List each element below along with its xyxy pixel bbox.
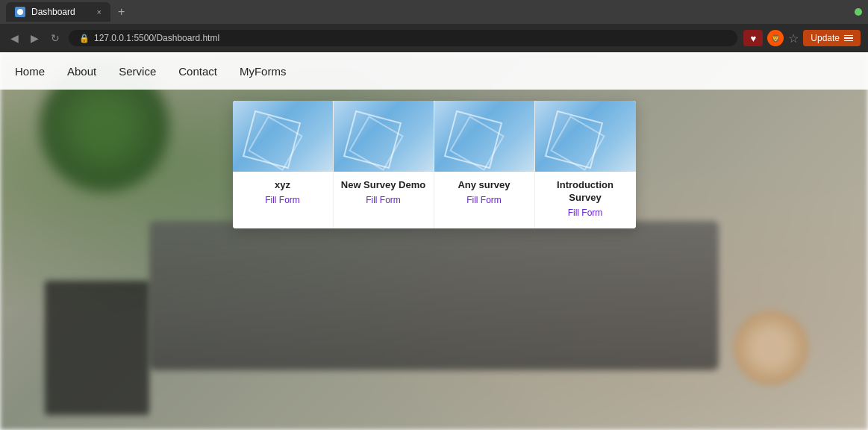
lock-icon: 🔒: [79, 34, 90, 43]
brave-shield-icon[interactable]: 🦁: [767, 30, 784, 46]
browser-actions: ♥ 🦁 ☆ Update: [743, 30, 861, 46]
page-content: Home About Service Contact MyForms xyz F…: [0, 52, 868, 430]
nav-contact[interactable]: Contact: [178, 65, 217, 78]
brave-rewards-icon[interactable]: ♥: [743, 30, 763, 46]
tab-bar: Dashboard × +: [0, 0, 868, 24]
forward-button[interactable]: ▶: [28, 31, 42, 46]
card-image-bg-xyz: [233, 101, 333, 172]
navbar: Home About Service Contact MyForms: [0, 52, 868, 90]
url-text: 127.0.0.1:5500/Dashboard.html: [94, 33, 219, 43]
bg-notebook: [45, 281, 149, 415]
card-image-introduction: [535, 101, 636, 172]
nav-service[interactable]: Service: [119, 65, 156, 78]
new-tab-button[interactable]: +: [113, 5, 129, 19]
bg-coffee: [734, 311, 808, 385]
cards-container: xyz Fill Form New Survey Demo Fill Form …: [233, 101, 636, 228]
fill-form-link-any-survey[interactable]: Fill Form: [466, 195, 502, 205]
card-xyz[interactable]: xyz Fill Form: [233, 101, 334, 228]
card-image-bg-new-survey: [334, 101, 434, 172]
fill-form-link-xyz[interactable]: Fill Form: [265, 195, 300, 205]
fill-form-link-new-survey[interactable]: Fill Form: [366, 195, 401, 205]
tab-close-button[interactable]: ×: [97, 7, 102, 16]
card-title-new-survey: New Survey Demo: [335, 179, 431, 192]
card-image-xyz: [233, 101, 333, 172]
bg-laptop: [149, 221, 719, 370]
card-introduction-survey[interactable]: Introduction Survey Fill Form: [535, 101, 636, 228]
card-any-survey[interactable]: Any survey Fill Form: [434, 101, 535, 228]
nav-myforms[interactable]: MyForms: [240, 65, 287, 78]
card-image-bg-any-survey: [434, 101, 534, 172]
tab-indicator: [855, 8, 862, 16]
bookmark-icon[interactable]: ☆: [788, 31, 799, 46]
card-image-any-survey: [434, 101, 534, 172]
back-button[interactable]: ◀: [7, 31, 22, 46]
refresh-button[interactable]: ↻: [48, 31, 63, 46]
browser-chrome: Dashboard × + ◀ ▶ ↻ 🔒 127.0.0.1:5500/Das…: [0, 0, 868, 52]
svg-point-0: [17, 9, 23, 15]
card-title-xyz: xyz: [269, 179, 296, 192]
menu-icon: [844, 35, 853, 42]
nav-about[interactable]: About: [67, 65, 96, 78]
address-bar: ◀ ▶ ↻ 🔒 127.0.0.1:5500/Dashboard.html ♥ …: [0, 24, 868, 52]
update-label: Update: [811, 33, 840, 43]
card-title-introduction: Introduction Survey: [535, 179, 636, 205]
card-title-any-survey: Any survey: [452, 179, 516, 192]
tab-favicon: [15, 7, 25, 17]
address-field[interactable]: 🔒 127.0.0.1:5500/Dashboard.html: [69, 30, 737, 46]
update-button[interactable]: Update: [803, 30, 861, 46]
card-new-survey-demo[interactable]: New Survey Demo Fill Form: [334, 101, 434, 228]
card-image-new-survey: [334, 101, 434, 172]
tab-title: Dashboard: [31, 7, 75, 17]
nav-home[interactable]: Home: [15, 65, 45, 78]
card-image-bg-introduction: [535, 101, 636, 172]
fill-form-link-introduction[interactable]: Fill Form: [568, 208, 603, 218]
active-tab[interactable]: Dashboard ×: [6, 2, 110, 22]
